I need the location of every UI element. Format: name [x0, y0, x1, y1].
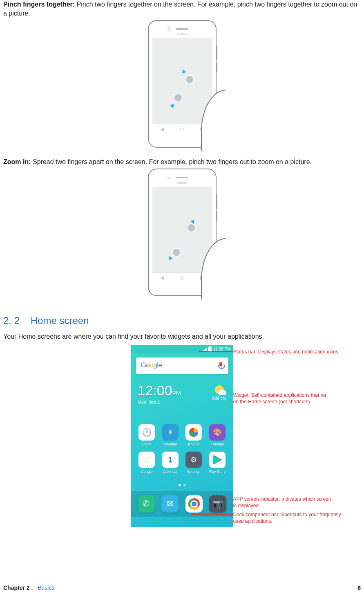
play-store-icon	[209, 452, 226, 468]
section-intro: Your Home screens are where you can find…	[3, 332, 361, 341]
back-icon	[161, 276, 164, 280]
app-settings: ⚙Settings	[182, 452, 206, 474]
app-themes: 🎨Themes	[205, 424, 229, 447]
back-icon	[161, 128, 164, 132]
section-title: Home screen	[31, 315, 89, 326]
weather-icon: ☀	[162, 424, 179, 441]
page-indicator	[131, 474, 233, 491]
app-label: Clock	[142, 442, 152, 446]
home-icon	[180, 128, 184, 131]
dock-bar: ✆ ✉ 📷	[131, 491, 233, 517]
app-label: Photos	[188, 442, 199, 446]
app-clock: 🕐Clock	[135, 424, 159, 447]
phone-brand-label: neffos	[177, 32, 187, 37]
app-play-store: Play Store	[205, 452, 229, 474]
callout-widget: Widget: Self-contained applications that…	[233, 392, 328, 405]
themes-icon: 🎨	[209, 424, 226, 441]
arrow-inward-icon	[181, 70, 186, 75]
gesture-zoom-text: Spread two fingers apart on the screen. …	[31, 158, 312, 165]
callout-text: Widget: Self-contained applications that…	[233, 392, 328, 398]
camera-icon: 📷	[209, 495, 226, 513]
calendar-icon: 1	[162, 452, 179, 468]
clock-ampm: PM	[172, 390, 181, 396]
arrow-outward-icon	[167, 256, 172, 261]
callout-page-indicator: APP screen indicator: Indicates which sc…	[233, 496, 331, 509]
callout-text: Dock component bar: Shortcuts to your fr…	[233, 512, 341, 517]
google-logo: Google	[141, 361, 218, 370]
footer-subtitle: Basics	[38, 585, 54, 591]
google-folder-icon: G	[138, 452, 155, 468]
clock-time: 12:00	[138, 382, 172, 398]
section-number: 2. 2	[3, 315, 20, 326]
app-label: Calendar	[163, 470, 178, 474]
app-calendar: 1Calendar	[159, 452, 182, 474]
callout-status-bar: Status bar: Displays status and notifica…	[233, 349, 340, 355]
footer-chapter: Chapter 2 .	[3, 585, 33, 591]
weather-widget: Add city	[212, 381, 227, 401]
fingertip-icon	[174, 93, 183, 102]
footer-page-number: 8	[357, 584, 361, 592]
app-photos: Photos	[182, 424, 206, 447]
clock-widget: 12:00PM Mon, Jan 1	[138, 381, 181, 405]
clock-icon: 🕐	[138, 424, 155, 441]
app-label: Settings	[187, 470, 201, 474]
photos-icon	[185, 424, 202, 441]
gesture-pinch-figure: neffos	[3, 20, 361, 150]
phone-icon: ✆	[138, 495, 155, 513]
phone-mockup-pinch: neffos	[148, 20, 217, 148]
app-label: Play Store	[209, 470, 226, 474]
callout-dock: Dock component bar: Shortcuts to your fr…	[233, 511, 341, 524]
phone-brand-label: neffos	[177, 181, 187, 185]
fingertip-icon	[185, 75, 194, 84]
chrome-icon	[185, 495, 203, 513]
home-screen-shot: 12:00 PM Google 12:00PM Mon, Jan 1 Add c…	[131, 345, 233, 527]
callout-text: used applications.	[233, 518, 272, 524]
callout-text: is displayed.	[233, 503, 260, 508]
app-weather: ☀Weather	[159, 424, 182, 447]
gesture-zoom-title: Zoom in:	[3, 158, 31, 165]
gesture-zoom-figure: neffos	[3, 169, 361, 299]
gesture-zoom-para: Zoom in: Spread two fingers apart on the…	[3, 157, 361, 166]
clock-date: Mon, Jan 1	[138, 399, 181, 405]
arrow-inward-icon	[170, 103, 175, 108]
app-label: Themes	[210, 442, 224, 446]
weather-label: Add city	[212, 396, 227, 401]
status-bar: 12:00 PM	[131, 345, 233, 353]
signal-icon	[203, 348, 207, 351]
app-label: Google	[141, 470, 153, 474]
settings-icon: ⚙	[185, 452, 202, 468]
app-label: Weather	[163, 442, 177, 446]
phone-mockup-spread: neffos	[148, 169, 217, 296]
callout-text: on the Home screen (not shortcuts).	[233, 399, 311, 405]
gesture-pinch-para: Pinch fingers together: Pinch two finger…	[3, 0, 361, 18]
mic-icon	[218, 362, 223, 369]
page-footer: Chapter 2 . Basics 8	[3, 584, 361, 592]
messages-icon: ✉	[161, 495, 179, 513]
fingertip-icon	[187, 223, 196, 232]
battery-icon	[208, 347, 212, 351]
home-screen-figure: 12:00 PM Google 12:00PM Mon, Jan 1 Add c…	[3, 345, 361, 527]
weather-sun-icon	[215, 385, 224, 394]
section-heading: 2. 2 Home screen	[3, 314, 361, 327]
home-icon	[180, 276, 184, 280]
fingertip-icon	[172, 248, 181, 257]
app-grid: 🕐Clock ☀Weather Photos 🎨Themes GGoogle 1…	[131, 405, 233, 474]
callout-text: Status bar: Displays status and notifica…	[233, 349, 340, 355]
app-google: GGoogle	[135, 452, 159, 474]
google-search-widget: Google	[136, 358, 228, 374]
callout-text: APP screen indicator: Indicates which sc…	[233, 496, 331, 502]
gesture-pinch-title: Pinch fingers together:	[3, 1, 75, 8]
